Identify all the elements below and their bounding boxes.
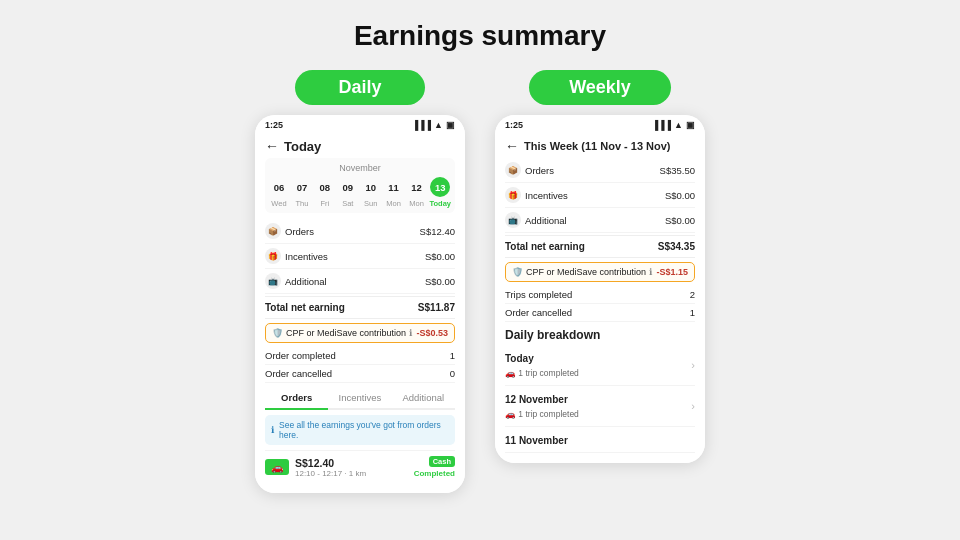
cal-day-12-num: 12 <box>407 177 427 197</box>
breakdown-today-sub: 🚗 1 trip completed <box>505 366 579 381</box>
incentives-icon: 🎁 <box>265 248 281 264</box>
daily-stat-cancelled-label: Order cancelled <box>265 368 332 379</box>
weekly-info-icon: ℹ <box>649 267 652 277</box>
weekly-status-time: 1:25 <box>505 120 523 130</box>
daily-stat-completed: Order completed 1 <box>265 347 455 365</box>
breakdown-today-content: Today 🚗 1 trip completed <box>505 349 579 381</box>
daily-earning-additional-label: 📺 Additional <box>265 273 327 289</box>
additional-icon: 📺 <box>265 273 281 289</box>
daily-status-bar: 1:25 ▐▐▐ ▲ ▣ <box>255 115 465 132</box>
daily-cpf-label: 🛡️ CPF or MediSave contribution ℹ <box>272 328 412 338</box>
cal-day-08[interactable]: 08 Fri <box>315 177 335 208</box>
weekly-phone-content: ← This Week (11 Nov - 13 Nov) 📦 Orders S… <box>495 132 705 463</box>
weekly-stat-trips-value: 2 <box>690 289 695 300</box>
daily-calendar-month: November <box>269 163 451 173</box>
daily-orders-tab[interactable]: Orders <box>265 387 328 410</box>
cal-day-07-label: Thu <box>295 199 308 208</box>
cal-day-11-num: 11 <box>384 177 404 197</box>
cal-day-07-num: 07 <box>292 177 312 197</box>
weekly-stat-cancelled-label: Order cancelled <box>505 307 572 318</box>
daily-additional-text: Additional <box>285 276 327 287</box>
weekly-total-value: S$34.35 <box>658 241 695 252</box>
daily-earning-incentives-label: 🎁 Incentives <box>265 248 328 264</box>
daily-completed-text: Completed <box>414 469 455 478</box>
breakdown-11nov-content: 11 November <box>505 431 568 448</box>
cal-day-09-num: 09 <box>338 177 358 197</box>
daily-order-info: S$12.40 12:10 - 12:17 · 1 km <box>295 457 408 478</box>
daily-total-label: Total net earning <box>265 302 345 313</box>
daily-order-card: 🚗 S$12.40 12:10 - 12:17 · 1 km Cash Comp… <box>265 450 455 483</box>
orders-icon: 📦 <box>265 223 281 239</box>
weekly-additional-icon: 📺 <box>505 212 521 228</box>
daily-order-time: 12:10 - 12:17 · 1 km <box>295 469 408 478</box>
daily-status-time: 1:25 <box>265 120 283 130</box>
cal-day-12-label: Mon <box>409 199 424 208</box>
daily-order-amount: S$12.40 <box>295 457 408 469</box>
breakdown-11nov: 11 November <box>505 427 695 453</box>
signal-icon: ▐▐▐ <box>412 120 431 130</box>
cal-day-07[interactable]: 07 Thu <box>292 177 312 208</box>
weekly-earning-orders: 📦 Orders S$35.50 <box>505 158 695 183</box>
weekly-cpf-label: 🛡️ CPF or MediSave contribution ℹ <box>512 267 652 277</box>
daily-status-icons: ▐▐▐ ▲ ▣ <box>412 120 455 130</box>
cal-day-06[interactable]: 06 Wed <box>269 177 289 208</box>
cal-day-09[interactable]: 09 Sat <box>338 177 358 208</box>
weekly-additional-text: Additional <box>525 215 567 226</box>
columns-container: Daily 1:25 ▐▐▐ ▲ ▣ ← Today November <box>255 70 705 493</box>
weekly-incentives-icon: 🎁 <box>505 187 521 203</box>
weekly-cpf-text: CPF or MediSave contribution <box>526 267 646 277</box>
weekly-back-arrow-icon: ← <box>505 138 519 154</box>
daily-stat-cancelled: Order cancelled 0 <box>265 365 455 383</box>
daily-stat-completed-label: Order completed <box>265 350 336 361</box>
daily-calendar: November 06 Wed 07 Thu 08 Fri <box>265 158 455 213</box>
page-title: Earnings summary <box>354 20 606 52</box>
daily-back-row[interactable]: ← Today <box>265 132 455 158</box>
weekly-orders-icon: 📦 <box>505 162 521 178</box>
weekly-stat-cancelled-value: 1 <box>690 307 695 318</box>
breakdown-today[interactable]: Today 🚗 1 trip completed › <box>505 345 695 386</box>
cal-day-10-label: Sun <box>364 199 377 208</box>
breakdown-12nov-content: 12 November 🚗 1 trip completed <box>505 390 579 422</box>
cal-day-12[interactable]: 12 Mon <box>407 177 427 208</box>
daily-tab-pill[interactable]: Daily <box>295 70 425 105</box>
weekly-additional-value: S$0.00 <box>665 215 695 226</box>
daily-earning-orders: 📦 Orders S$12.40 <box>265 219 455 244</box>
weekly-status-bar: 1:25 ▐▐▐ ▲ ▣ <box>495 115 705 132</box>
weekly-tab-pill[interactable]: Weekly <box>529 70 671 105</box>
daily-cpf-value: -S$0.53 <box>416 328 448 338</box>
shield-icon: 🛡️ <box>272 328 283 338</box>
weekly-back-row[interactable]: ← This Week (11 Nov - 13 Nov) <box>505 132 695 158</box>
cal-day-08-num: 08 <box>315 177 335 197</box>
breakdown-11nov-date: 11 November <box>505 431 568 448</box>
daily-phone-content: ← Today November 06 Wed 07 Thu <box>255 132 465 493</box>
weekly-earning-additional-label: 📺 Additional <box>505 212 567 228</box>
breakdown-section-heading: Daily breakdown <box>505 322 695 345</box>
weekly-header: This Week (11 Nov - 13 Nov) <box>524 140 671 152</box>
weekly-total-row: Total net earning S$34.35 <box>505 235 695 258</box>
daily-back-arrow-icon: ← <box>265 138 279 154</box>
daily-incentives-value: S$0.00 <box>425 251 455 262</box>
breakdown-today-chevron-icon: › <box>691 359 695 371</box>
daily-additional-tab[interactable]: Additional <box>392 387 455 408</box>
wifi-icon: ▲ <box>434 120 443 130</box>
cal-day-10[interactable]: 10 Sun <box>361 177 381 208</box>
weekly-battery-icon: ▣ <box>686 120 695 130</box>
cal-day-11-label: Mon <box>386 199 401 208</box>
cal-day-06-label: Wed <box>271 199 286 208</box>
weekly-cpf-row: 🛡️ CPF or MediSave contribution ℹ -S$1.1… <box>505 262 695 282</box>
daily-order-badge-area: Cash Completed <box>414 456 455 478</box>
cal-day-11[interactable]: 11 Mon <box>384 177 404 208</box>
weekly-orders-value: S$35.50 <box>660 165 695 176</box>
weekly-stat-trips: Trips completed 2 <box>505 286 695 304</box>
daily-orders-value: S$12.40 <box>420 226 455 237</box>
weekly-wifi-icon: ▲ <box>674 120 683 130</box>
weekly-column: Weekly 1:25 ▐▐▐ ▲ ▣ ← This Week (11 Nov … <box>495 70 705 463</box>
breakdown-12nov[interactable]: 12 November 🚗 1 trip completed › <box>505 386 695 427</box>
weekly-orders-text: Orders <box>525 165 554 176</box>
daily-stat-completed-value: 1 <box>450 350 455 361</box>
daily-incentives-tab[interactable]: Incentives <box>328 387 391 408</box>
daily-cash-badge: Cash <box>429 456 455 467</box>
daily-earning-additional: 📺 Additional S$0.00 <box>265 269 455 294</box>
cal-day-08-label: Fri <box>320 199 329 208</box>
cal-day-13[interactable]: 13 Today <box>429 177 451 208</box>
